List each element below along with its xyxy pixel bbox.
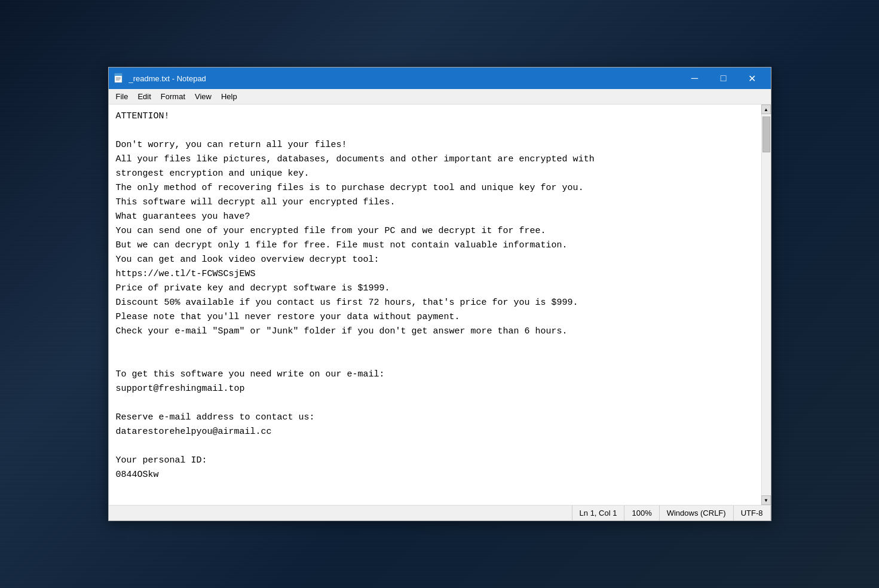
title-bar: _readme.txt - Notepad ─ □ ✕ [109, 68, 771, 89]
menu-file[interactable]: File [111, 91, 133, 102]
window-controls: ─ □ ✕ [681, 68, 766, 89]
menu-edit[interactable]: Edit [133, 91, 155, 102]
notepad-icon [114, 73, 124, 84]
cursor-position: Ln 1, Col 1 [572, 506, 625, 520]
maximize-button[interactable]: □ [710, 68, 737, 89]
encoding: UTF-8 [734, 506, 771, 520]
text-editor[interactable]: ATTENTION! Don't worry, you can return a… [109, 105, 761, 505]
menu-format[interactable]: Format [156, 91, 190, 102]
close-button[interactable]: ✕ [739, 68, 766, 89]
zoom-level: 100% [624, 506, 659, 520]
line-ending: Windows (CRLF) [660, 506, 734, 520]
menu-view[interactable]: View [190, 91, 216, 102]
window-title: _readme.txt - Notepad [129, 74, 681, 83]
minimize-button[interactable]: ─ [681, 68, 709, 89]
notepad-window: _readme.txt - Notepad ─ □ ✕ File Edit Fo… [108, 67, 771, 521]
menu-bar: File Edit Format View Help [109, 89, 771, 105]
menu-help[interactable]: Help [216, 91, 242, 102]
content-area: ATTENTION! Don't worry, you can return a… [109, 105, 771, 505]
scroll-up-button[interactable]: ▲ [761, 105, 771, 114]
svg-rect-1 [115, 74, 122, 76]
scroll-down-button[interactable]: ▼ [761, 495, 771, 505]
vertical-scrollbar: ▲ ▼ [761, 105, 771, 505]
scrollbar-thumb[interactable] [762, 117, 770, 152]
scrollbar-track[interactable] [762, 114, 771, 495]
status-bar: Ln 1, Col 1 100% Windows (CRLF) UTF-8 [109, 505, 771, 520]
status-spacer [109, 506, 572, 520]
